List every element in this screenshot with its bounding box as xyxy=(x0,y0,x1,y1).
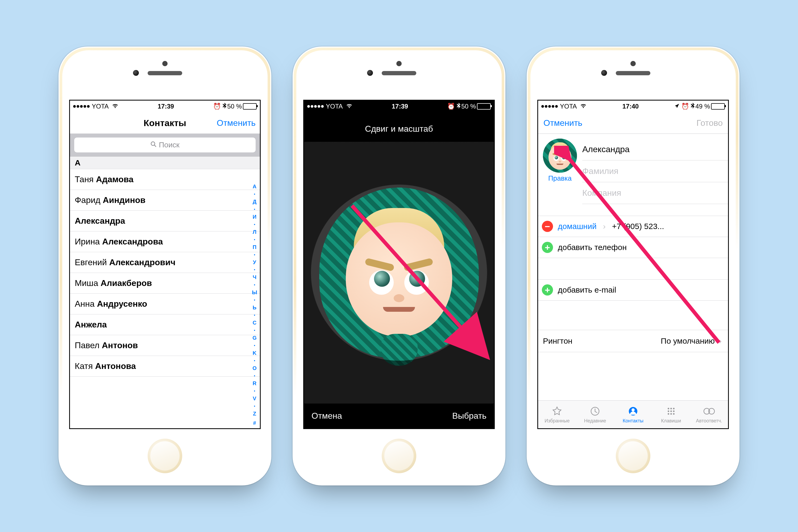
index-letter[interactable]: • xyxy=(251,405,258,407)
tab-Автоответч.[interactable]: Автоответч. xyxy=(690,401,728,428)
svg-line-1 xyxy=(154,145,156,147)
svg-point-11 xyxy=(673,411,674,412)
avatar[interactable] xyxy=(543,138,577,173)
index-letter[interactable]: • xyxy=(251,314,258,317)
company-field[interactable]: Компания xyxy=(582,182,728,204)
tab-icon xyxy=(628,405,639,417)
tab-icon xyxy=(552,405,562,417)
phone-type[interactable]: домашний xyxy=(558,222,597,231)
search-input[interactable]: Поиск xyxy=(74,137,255,152)
contact-row[interactable]: Ирина Александрова xyxy=(70,231,260,252)
tab-label: Избранные xyxy=(545,418,570,424)
cancel-button[interactable]: Отменить xyxy=(217,118,255,128)
add-icon: + xyxy=(542,242,553,253)
status-bar: YOTA 17:39 ⏰ 50 % xyxy=(304,100,494,112)
chevron-right-icon: › xyxy=(603,222,606,231)
contact-row[interactable]: Таня Адамова xyxy=(70,169,260,190)
index-letter[interactable]: Ы xyxy=(251,289,258,296)
contact-row[interactable]: Анжела xyxy=(70,315,260,335)
phone-2: YOTA 17:39 ⏰ 50 % Сдвиг и масштаб xyxy=(292,46,506,486)
delete-icon[interactable]: − xyxy=(542,221,553,232)
home-button[interactable] xyxy=(616,439,650,473)
index-letter[interactable]: • xyxy=(251,193,258,195)
index-letter[interactable]: Ь xyxy=(251,305,258,311)
edit-photo-button[interactable]: Правка xyxy=(543,174,577,183)
index-letter[interactable]: Л xyxy=(251,229,258,235)
status-bar: YOTA 17:39 ⏰ 50 % xyxy=(70,100,260,112)
tab-icon xyxy=(703,405,715,417)
first-name-field[interactable]: Александра xyxy=(582,138,728,160)
index-letter[interactable]: • xyxy=(251,344,258,347)
index-letter[interactable]: G xyxy=(251,335,258,341)
status-bar: YOTA 17:40 ⏰ 49 % xyxy=(538,100,728,112)
phone-value[interactable]: +7 (905) 523... xyxy=(612,222,664,231)
contact-row[interactable]: Павел Антонов xyxy=(70,335,260,356)
index-letter[interactable]: • xyxy=(251,299,258,301)
wifi-icon xyxy=(346,103,353,110)
tab-Недавние[interactable]: Недавние xyxy=(576,401,614,428)
contact-row[interactable]: Анна Андрусенко xyxy=(70,294,260,315)
contact-row[interactable]: Александра xyxy=(70,211,260,231)
index-letter[interactable]: Z xyxy=(251,411,258,417)
search-icon xyxy=(150,141,157,149)
contact-row[interactable]: Евгений Александрович xyxy=(70,252,260,273)
index-letter[interactable]: Д xyxy=(251,199,258,205)
battery-icon xyxy=(477,103,491,110)
index-letter[interactable]: O xyxy=(251,365,258,371)
add-phone-button[interactable]: + добавить телефон xyxy=(538,237,728,258)
index-letter[interactable]: R xyxy=(251,380,258,386)
add-email-button[interactable]: + добавить e-mail xyxy=(538,279,728,301)
index-letter[interactable]: V xyxy=(251,396,258,402)
done-button[interactable]: Готово xyxy=(697,118,723,128)
index-letter[interactable]: • xyxy=(251,208,258,211)
index-letter[interactable]: • xyxy=(251,390,258,392)
index-letter[interactable]: K xyxy=(251,350,258,356)
index-scrubber[interactable]: А•Д•И•Л•П•У•Ч•Ы•Ь•C•G•K•O•R•V•Z# xyxy=(251,184,258,426)
cancel-button[interactable]: Отменить xyxy=(544,118,582,128)
contact-row[interactable]: Миша Алиакберов xyxy=(70,273,260,294)
tab-Избранные[interactable]: Избранные xyxy=(538,401,576,428)
svg-point-12 xyxy=(668,413,669,415)
alarm-icon: ⏰ xyxy=(447,103,455,110)
index-letter[interactable]: У xyxy=(251,259,258,265)
index-letter[interactable]: • xyxy=(251,238,258,241)
photo-crop-area[interactable] xyxy=(304,142,494,403)
ringtone-row[interactable]: Рингтон По умолчанию › xyxy=(538,330,728,352)
last-name-field[interactable]: Фамилия xyxy=(582,160,728,182)
index-letter[interactable]: • xyxy=(251,253,258,256)
index-letter[interactable]: • xyxy=(251,223,258,226)
index-letter[interactable]: И xyxy=(251,214,258,220)
section-header: А xyxy=(70,156,260,169)
index-letter[interactable]: • xyxy=(251,268,258,271)
index-letter[interactable]: • xyxy=(251,359,258,362)
tab-label: Недавние xyxy=(584,418,606,424)
screen-contacts: YOTA 17:39 ⏰ 50 % Контакты Отменить Поис xyxy=(69,100,261,429)
choose-button[interactable]: Выбрать xyxy=(452,411,487,421)
tab-icon xyxy=(590,405,600,417)
tab-icon xyxy=(666,405,677,417)
contact-row[interactable]: Катя Антонова xyxy=(70,356,260,377)
ringtone-value: По умолчанию xyxy=(661,337,715,345)
index-letter[interactable]: Ч xyxy=(251,274,258,280)
index-letter[interactable]: • xyxy=(251,375,258,377)
index-letter[interactable]: А xyxy=(251,184,258,190)
battery-icon xyxy=(243,103,257,110)
index-letter[interactable]: • xyxy=(251,284,258,286)
search-placeholder: Поиск xyxy=(159,141,179,149)
battery-icon xyxy=(711,103,725,110)
index-letter[interactable]: • xyxy=(251,329,258,332)
svg-point-7 xyxy=(670,408,672,410)
home-button[interactable] xyxy=(382,439,416,473)
contact-row[interactable]: Фарид Аиндинов xyxy=(70,190,260,211)
home-button[interactable] xyxy=(148,439,182,473)
index-letter[interactable]: C xyxy=(251,320,258,326)
index-letter[interactable]: П xyxy=(251,244,258,250)
svg-point-9 xyxy=(668,411,669,412)
tab-Контакты[interactable]: Контакты xyxy=(614,401,652,428)
cancel-button[interactable]: Отмена xyxy=(311,411,342,421)
carrier-label: YOTA xyxy=(92,103,109,110)
tab-Клавиши[interactable]: Клавиши xyxy=(652,401,690,428)
alarm-icon: ⏰ xyxy=(681,103,689,110)
phone-entry[interactable]: − домашний › +7 (905) 523... xyxy=(538,216,728,237)
index-letter[interactable]: # xyxy=(251,420,258,426)
